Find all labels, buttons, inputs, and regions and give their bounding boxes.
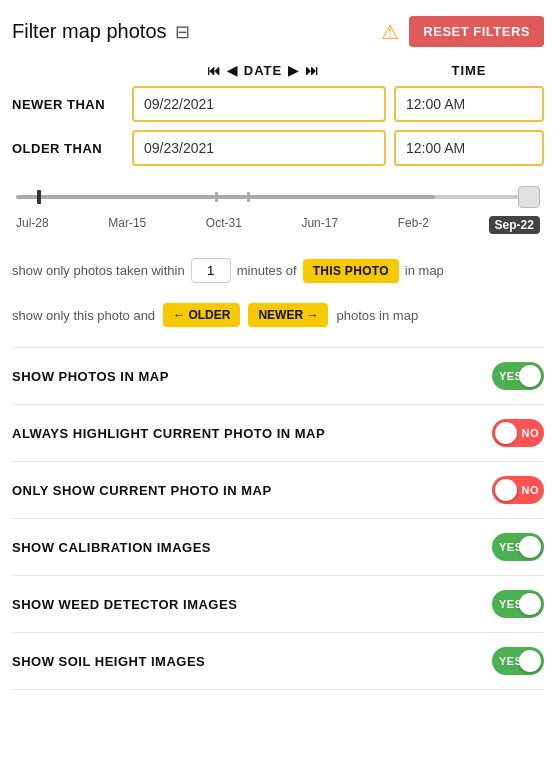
slider-track bbox=[16, 195, 540, 199]
toggle-switch-5[interactable]: YES bbox=[492, 647, 544, 675]
slider-tick-left bbox=[37, 190, 41, 204]
page-container: Filter map photos ⊟ ⚠ RESET FILTERS ⏮ ◀ … bbox=[0, 0, 556, 706]
toggle-knob-4 bbox=[519, 593, 541, 615]
toggle-text-1: NO bbox=[522, 427, 540, 439]
skip-end-icon[interactable]: ⏭ bbox=[305, 63, 319, 78]
toggle-label-0: SHOW PHOTOS IN MAP bbox=[12, 369, 169, 384]
toggle-label-5: SHOW SOIL HEIGHT IMAGES bbox=[12, 654, 205, 669]
date-column-header: ⏮ ◀ DATE ▶ ⏭ bbox=[132, 63, 394, 78]
older-than-label: OLDER THAN bbox=[12, 141, 132, 156]
prev-icon[interactable]: ◀ bbox=[227, 63, 238, 78]
toggle-knob-1 bbox=[495, 422, 517, 444]
dt-header-row: ⏮ ◀ DATE ▶ ⏭ TIME bbox=[12, 63, 544, 78]
toggle-row-3: SHOW CALIBRATION IMAGESYES bbox=[12, 518, 544, 575]
toggles-section: SHOW PHOTOS IN MAPYESALWAYS HIGHLIGHT CU… bbox=[12, 347, 544, 690]
toggle-knob-5 bbox=[519, 650, 541, 672]
toggle-knob-2 bbox=[495, 479, 517, 501]
older-time-input[interactable] bbox=[394, 130, 544, 166]
toggle-track-2[interactable]: NO bbox=[492, 476, 544, 504]
toggle-switch-3[interactable]: YES bbox=[492, 533, 544, 561]
timeline-label-3: Jun-17 bbox=[301, 216, 338, 234]
toggle-switch-4[interactable]: YES bbox=[492, 590, 544, 618]
timeline-label-0: Jul-28 bbox=[16, 216, 49, 234]
minutes-suffix: in map bbox=[405, 263, 444, 278]
minutes-middle: minutes of bbox=[237, 263, 297, 278]
toggle-track-0[interactable]: YES bbox=[492, 362, 544, 390]
this-photo-button[interactable]: THIS PHOTO bbox=[303, 259, 399, 283]
slider-thumb[interactable] bbox=[518, 186, 540, 208]
timeline-label-4: Feb-2 bbox=[398, 216, 429, 234]
toggle-switch-0[interactable]: YES bbox=[492, 362, 544, 390]
newer-date-input[interactable] bbox=[132, 86, 386, 122]
slider-tick-mid2 bbox=[247, 192, 250, 202]
toggle-row-1: ALWAYS HIGHLIGHT CURRENT PHOTO IN MAPNO bbox=[12, 404, 544, 461]
newer-than-row: NEWER THAN bbox=[12, 86, 544, 122]
toggle-row-5: SHOW SOIL HEIGHT IMAGESYES bbox=[12, 632, 544, 690]
toggle-track-3[interactable]: YES bbox=[492, 533, 544, 561]
older-date-input[interactable] bbox=[132, 130, 386, 166]
page-title: Filter map photos bbox=[12, 20, 167, 43]
minutes-input[interactable] bbox=[191, 258, 231, 283]
reset-filters-button[interactable]: RESET FILTERS bbox=[409, 16, 544, 47]
slider-container[interactable] bbox=[16, 182, 540, 212]
slider-tick-mid1 bbox=[215, 192, 218, 202]
slider-track-filled bbox=[16, 195, 435, 199]
toggle-switch-2[interactable]: NO bbox=[492, 476, 544, 504]
newer-time-input[interactable] bbox=[394, 86, 544, 122]
older-than-row: OLDER THAN bbox=[12, 130, 544, 166]
timeline-label-1: Mar-15 bbox=[108, 216, 146, 234]
newer-date-wrapper bbox=[132, 86, 386, 122]
older-newer-suffix: photos in map bbox=[336, 308, 418, 323]
newer-button[interactable]: NEWER → bbox=[248, 303, 328, 327]
toggle-label-1: ALWAYS HIGHLIGHT CURRENT PHOTO IN MAP bbox=[12, 426, 325, 441]
minutes-prefix: show only photos taken within bbox=[12, 263, 185, 278]
toggle-knob-0 bbox=[519, 365, 541, 387]
toggle-track-4[interactable]: YES bbox=[492, 590, 544, 618]
toggle-knob-3 bbox=[519, 536, 541, 558]
skip-start-icon[interactable]: ⏮ bbox=[207, 63, 221, 78]
older-newer-section: show only this photo and ← OLDER NEWER →… bbox=[12, 303, 544, 327]
toggle-row-2: ONLY SHOW CURRENT PHOTO IN MAPNO bbox=[12, 461, 544, 518]
toggle-row-4: SHOW WEED DETECTOR IMAGESYES bbox=[12, 575, 544, 632]
toggle-text-2: NO bbox=[522, 484, 540, 496]
timeline-label-2: Oct-31 bbox=[206, 216, 242, 234]
timeline-section: Jul-28 Mar-15 Oct-31 Jun-17 Feb-2 Sep-22 bbox=[12, 182, 544, 234]
header: Filter map photos ⊟ ⚠ RESET FILTERS bbox=[12, 16, 544, 47]
minutes-section: show only photos taken within minutes of… bbox=[12, 254, 544, 287]
toggle-row-0: SHOW PHOTOS IN MAPYES bbox=[12, 347, 544, 404]
slider-labels: Jul-28 Mar-15 Oct-31 Jun-17 Feb-2 Sep-22 bbox=[16, 216, 540, 234]
toggle-track-1[interactable]: NO bbox=[492, 419, 544, 447]
toggle-label-2: ONLY SHOW CURRENT PHOTO IN MAP bbox=[12, 483, 272, 498]
older-button[interactable]: ← OLDER bbox=[163, 303, 240, 327]
header-left: Filter map photos ⊟ bbox=[12, 20, 190, 43]
date-col-label: DATE bbox=[244, 63, 282, 78]
timeline-label-active: Sep-22 bbox=[489, 216, 540, 234]
older-date-wrapper bbox=[132, 130, 386, 166]
time-column-header: TIME bbox=[394, 63, 544, 78]
toggle-track-5[interactable]: YES bbox=[492, 647, 544, 675]
older-newer-prefix: show only this photo and bbox=[12, 308, 155, 323]
toggle-label-4: SHOW WEED DETECTOR IMAGES bbox=[12, 597, 237, 612]
toggle-label-3: SHOW CALIBRATION IMAGES bbox=[12, 540, 211, 555]
collapse-icon[interactable]: ⊟ bbox=[175, 21, 190, 43]
toggle-switch-1[interactable]: NO bbox=[492, 419, 544, 447]
next-icon[interactable]: ▶ bbox=[288, 63, 299, 78]
warning-icon: ⚠ bbox=[381, 20, 399, 44]
newer-than-label: NEWER THAN bbox=[12, 97, 132, 112]
date-time-section: ⏮ ◀ DATE ▶ ⏭ TIME NEWER THAN OLDER THAN bbox=[12, 63, 544, 166]
